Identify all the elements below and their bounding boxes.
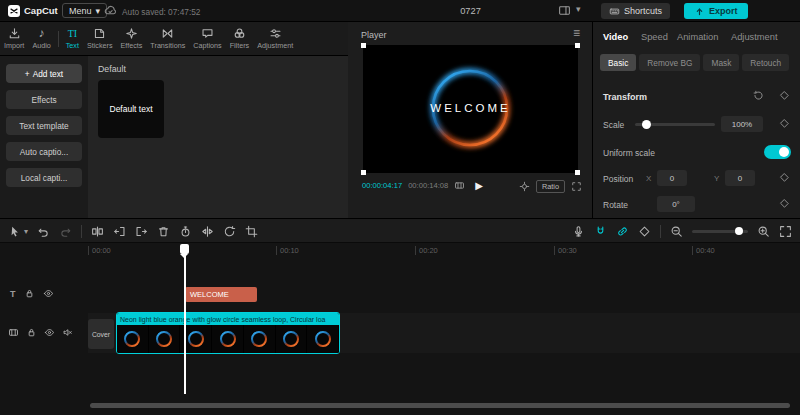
freeze-frame-icon[interactable] <box>179 225 192 238</box>
tab-text[interactable]: TI Text <box>62 22 83 55</box>
ratio-button[interactable]: Ratio <box>536 180 565 193</box>
zoom-out-icon[interactable] <box>670 225 683 238</box>
media-sidebar: + Add text Effects Text template Auto ca… <box>0 56 88 218</box>
preview-overlay-text: WELCOME <box>363 102 578 114</box>
tab-captions[interactable]: Captions <box>189 22 225 55</box>
sidebar-item-add-text[interactable]: + Add text <box>6 64 82 83</box>
tab-transitions[interactable]: Transitions <box>146 22 189 55</box>
timeline-scrollbar[interactable] <box>90 403 790 408</box>
mirror-icon[interactable] <box>201 225 214 238</box>
auto-snap-magnet-icon[interactable] <box>594 225 607 238</box>
scale-keyframe-icon[interactable] <box>779 118 790 129</box>
video-clip-thumbnails <box>117 325 339 353</box>
uniform-scale-toggle[interactable] <box>764 145 791 159</box>
position-keyframe-icon[interactable] <box>779 172 790 183</box>
sidebar-item-local-captions[interactable]: Local capti... <box>6 168 82 187</box>
selection-handle-bottom-right[interactable] <box>575 170 580 175</box>
plus-icon: + <box>25 69 30 79</box>
player-menu-icon[interactable]: ≡ <box>573 26 580 40</box>
playhead-line[interactable] <box>184 244 186 394</box>
eye-icon[interactable] <box>43 288 54 299</box>
tab-effects[interactable]: Effects <box>117 22 147 55</box>
position-y-field[interactable]: 0 <box>725 170 755 186</box>
default-text-tile[interactable]: Default text <box>98 80 164 138</box>
undo-icon[interactable] <box>37 225 50 238</box>
focus-icon[interactable] <box>519 181 530 192</box>
rotate-icon[interactable] <box>223 225 236 238</box>
keyframe-add-icon[interactable] <box>638 225 651 238</box>
video-clip[interactable]: Neon light blue orange with glow circle … <box>116 312 340 354</box>
link-clips-icon[interactable] <box>616 225 629 238</box>
cloud-saved-icon[interactable] <box>104 4 117 17</box>
timeline-zoom-slider[interactable] <box>692 223 748 239</box>
layout-caret-icon[interactable]: ▾ <box>576 4 581 14</box>
selection-handle-top-left[interactable] <box>361 43 366 48</box>
tab-filters[interactable]: Filters <box>226 22 254 55</box>
record-voiceover-icon[interactable] <box>572 225 585 238</box>
sidebar-item-text-template[interactable]: Text template <box>6 116 82 135</box>
fit-timeline-icon[interactable] <box>779 225 792 238</box>
shortcuts-button[interactable]: Shortcuts <box>601 3 670 19</box>
text-clip-label: WELCOME <box>185 290 229 299</box>
tab-video[interactable]: Video <box>603 32 628 42</box>
transform-reset-icon[interactable] <box>753 90 764 101</box>
subtab-remove-bg[interactable]: Remove BG <box>639 54 700 71</box>
tab-import-label: Import <box>4 41 24 50</box>
import-icon <box>8 27 21 40</box>
ruler-mark: 00:30 <box>554 246 577 255</box>
zoom-slider-knob[interactable] <box>735 227 743 235</box>
lock-icon[interactable] <box>26 327 37 338</box>
tab-audio[interactable]: ♪ Audio <box>28 22 54 55</box>
frames-view-icon[interactable] <box>454 180 465 191</box>
mute-icon[interactable] <box>62 327 73 338</box>
delete-left-icon[interactable] <box>113 225 126 238</box>
split-icon[interactable] <box>91 225 104 238</box>
delete-icon[interactable] <box>157 225 170 238</box>
rotate-keyframe-icon[interactable] <box>779 198 790 209</box>
play-button[interactable]: ▶ <box>475 180 483 191</box>
crop-icon[interactable] <box>245 225 258 238</box>
lock-icon[interactable] <box>24 288 35 299</box>
fullscreen-icon[interactable] <box>571 181 582 192</box>
subtab-retouch[interactable]: Retouch <box>742 54 789 71</box>
tab-adjustment-inspector[interactable]: Adjustment <box>731 32 778 42</box>
scale-value-field[interactable]: 100% <box>721 116 763 132</box>
tab-stickers[interactable]: Stickers <box>83 22 117 55</box>
menu-button[interactable]: Menu▾ <box>62 3 107 18</box>
scale-slider[interactable] <box>635 116 715 132</box>
position-x-field[interactable]: 0 <box>657 170 687 186</box>
video-track-header <box>8 327 73 338</box>
scale-slider-knob[interactable] <box>642 120 651 129</box>
select-tool-icon[interactable] <box>8 225 21 238</box>
zoom-in-icon[interactable] <box>757 225 770 238</box>
tab-adjustment[interactable]: Adjustment <box>253 22 297 55</box>
tab-import[interactable]: Import <box>0 22 28 55</box>
playhead-handle[interactable] <box>180 244 189 254</box>
export-button[interactable]: Export <box>684 3 748 19</box>
subtab-basic[interactable]: Basic <box>600 54 636 71</box>
ruler-mark: 00:20 <box>415 246 438 255</box>
sidebar-item-auto-captions[interactable]: Auto captio... <box>6 142 82 161</box>
export-label: Export <box>709 6 738 16</box>
tab-captions-label: Captions <box>193 41 221 50</box>
scale-value: 100% <box>732 120 752 129</box>
sidebar-item-effects[interactable]: Effects <box>6 90 82 109</box>
preview-viewport[interactable]: WELCOME <box>363 45 578 173</box>
delete-right-icon[interactable] <box>135 225 148 238</box>
transform-keyframe-icon[interactable] <box>779 90 790 101</box>
eye-icon[interactable] <box>44 327 55 338</box>
selection-handle-bottom-left[interactable] <box>361 170 366 175</box>
redo-icon[interactable] <box>59 225 72 238</box>
rotate-field[interactable]: 0° <box>657 196 695 212</box>
default-text-tile-label: Default text <box>110 104 153 114</box>
selection-handle-top-right[interactable] <box>575 43 580 48</box>
select-tool-caret-icon[interactable]: ▾ <box>24 227 28 236</box>
tab-animation[interactable]: Animation <box>677 32 718 42</box>
export-up-icon <box>694 6 705 17</box>
rotate-label: Rotate <box>603 200 628 210</box>
layout-icon[interactable] <box>558 4 571 17</box>
text-clip[interactable]: WELCOME <box>185 287 257 302</box>
tab-speed[interactable]: Speed <box>641 32 668 42</box>
subtab-mask[interactable]: Mask <box>703 54 739 71</box>
cover-button[interactable]: Cover <box>88 319 114 349</box>
